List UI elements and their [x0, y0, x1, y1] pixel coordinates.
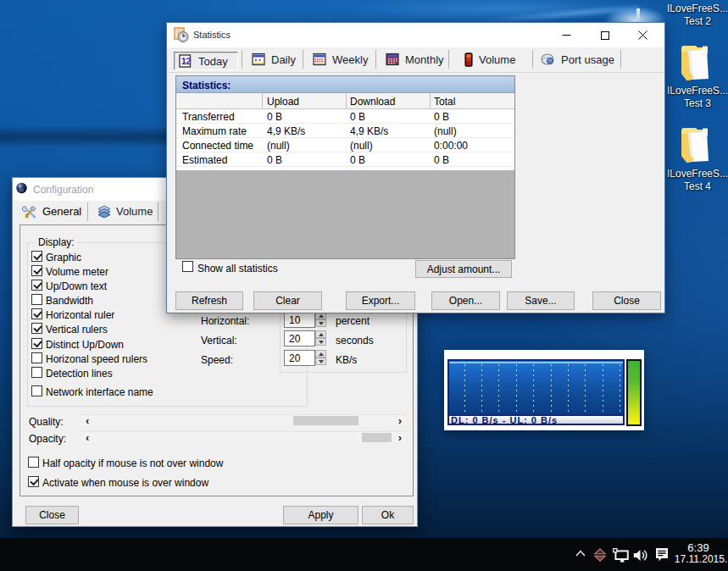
svg-text:2: 2 — [186, 56, 192, 66]
